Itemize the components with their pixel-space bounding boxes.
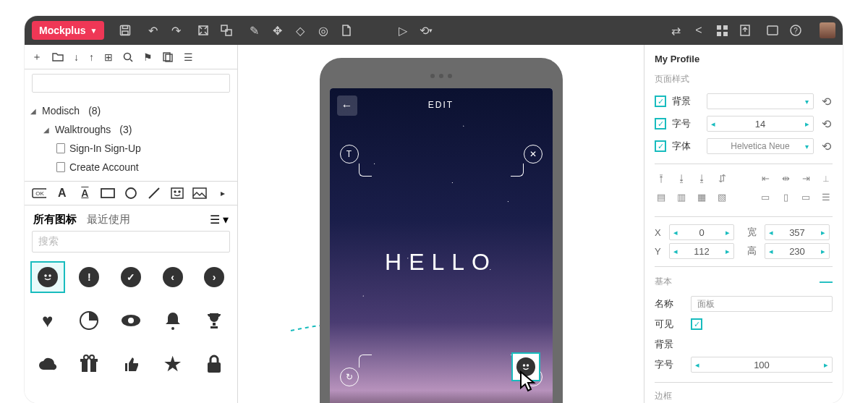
fs2-stepper[interactable]: ◂100▸: [691, 357, 833, 373]
eraser-icon[interactable]: ◇: [294, 24, 307, 37]
tab-recent-icons[interactable]: 最近使用: [87, 213, 130, 226]
eye-icon[interactable]: [114, 305, 148, 336]
share-icon[interactable]: <: [692, 24, 705, 37]
reset-icon[interactable]: ⟲: [820, 140, 833, 153]
reset-icon[interactable]: ⟲: [820, 95, 833, 109]
fontsize-stepper[interactable]: ◂14▸: [707, 116, 814, 132]
align-middle-icon[interactable]: ⭳: [675, 171, 688, 184]
button-widget-icon[interactable]: OK: [32, 187, 46, 200]
sort-up-icon[interactable]: ↑: [89, 51, 94, 63]
name-input[interactable]: 面板: [691, 296, 833, 312]
smiley-box-icon[interactable]: [170, 187, 184, 200]
sync-icon[interactable]: ⇄: [669, 24, 682, 37]
lock-icon[interactable]: [197, 348, 231, 380]
user-avatar[interactable]: [820, 22, 835, 38]
hello-text[interactable]: HELLO: [385, 249, 497, 276]
bell-icon[interactable]: [156, 305, 190, 336]
handle-top-left[interactable]: T: [340, 145, 372, 177]
space-center-icon[interactable]: ⇹: [779, 171, 792, 184]
circle-icon[interactable]: [124, 187, 138, 200]
ungroup-icon[interactable]: [220, 24, 233, 37]
brush-icon[interactable]: ✎: [247, 24, 260, 37]
align-hcenter-icon[interactable]: ▥: [675, 190, 688, 203]
align-dist-v-icon[interactable]: ⇵: [715, 171, 728, 184]
flag-icon[interactable]: ⚑: [143, 51, 153, 63]
baseline-icon[interactable]: ⟂: [820, 171, 833, 184]
group-icon[interactable]: [197, 24, 210, 37]
visible-checkbox[interactable]: ✓: [691, 318, 702, 330]
page-node[interactable]: Sign-In Sign-Up: [56, 139, 237, 158]
trophy-icon[interactable]: [197, 305, 231, 336]
gift-icon[interactable]: [72, 348, 107, 380]
chevron-left-circle-icon[interactable]: ‹: [156, 261, 190, 293]
dist-v-icon[interactable]: ▯: [779, 190, 792, 203]
align-bottom-icon[interactable]: ⭳: [695, 171, 708, 184]
refresh-icon[interactable]: ⟲▾: [420, 24, 433, 37]
add-page-icon[interactable]: ＋: [32, 51, 42, 64]
page-node[interactable]: Create Account: [56, 158, 237, 177]
dist-h-icon[interactable]: ▭: [759, 190, 772, 203]
crop-icon[interactable]: ✥: [271, 24, 284, 37]
handle-bottom-left[interactable]: ↻: [340, 355, 372, 386]
back-button[interactable]: ←: [337, 96, 357, 116]
align-left-icon[interactable]: ▤: [655, 190, 668, 203]
line-icon[interactable]: [147, 187, 161, 200]
list-icon[interactable]: ☰: [184, 51, 193, 63]
page-search-input[interactable]: [32, 74, 230, 93]
align-right-icon[interactable]: ▦: [695, 190, 708, 203]
icon-search-input[interactable]: 搜索: [32, 231, 230, 253]
rectangle-icon[interactable]: [101, 187, 115, 200]
sitemap-icon[interactable]: ⊞: [104, 51, 113, 63]
help-icon[interactable]: ?: [789, 24, 802, 37]
canvas[interactable]: ← EDIT HELLO T ✕ ↻ ✥ ✂: [238, 45, 644, 403]
export-icon[interactable]: [739, 24, 752, 37]
reset-icon[interactable]: ⟲: [820, 117, 833, 131]
search-icon[interactable]: [123, 52, 133, 62]
target-icon[interactable]: ◎: [317, 24, 330, 37]
align-top-icon[interactable]: ⭱: [655, 171, 668, 184]
dist-eq-icon[interactable]: ☰: [820, 190, 833, 203]
font-select[interactable]: Helvetica Neue▾: [707, 138, 814, 154]
x-stepper[interactable]: ◂0▸: [669, 224, 734, 240]
undo-icon[interactable]: ↶: [146, 24, 159, 37]
redo-icon[interactable]: ↷: [169, 24, 182, 37]
cloud-icon[interactable]: [30, 348, 65, 380]
qr-icon[interactable]: [715, 24, 728, 37]
more-icon[interactable]: ▸: [216, 187, 230, 200]
handle-top-right[interactable]: ✕: [511, 145, 542, 177]
tab-all-icons[interactable]: 所有图标: [33, 213, 77, 226]
file-icon[interactable]: [340, 24, 353, 37]
align-grid-icon[interactable]: ▧: [715, 190, 728, 203]
star-icon[interactable]: ★: [156, 348, 190, 380]
font-checkbox[interactable]: ✓: [655, 140, 666, 152]
project-node[interactable]: ◢ Modisch (8): [30, 101, 237, 120]
folder-node[interactable]: ◢ Walktroughs (3): [43, 120, 237, 139]
space-v-icon[interactable]: ⇥: [799, 171, 812, 184]
image-icon[interactable]: [192, 187, 207, 200]
list-options-icon[interactable]: ☰ ▾: [210, 213, 229, 226]
underline-text-icon[interactable]: A: [78, 187, 93, 200]
pie-icon[interactable]: [72, 305, 107, 336]
bg-color-select[interactable]: ▾: [707, 93, 814, 109]
collapse-icon[interactable]: —: [820, 274, 833, 289]
device-icon[interactable]: [766, 24, 779, 37]
smiley-icon[interactable]: [30, 261, 65, 293]
check-circle-icon[interactable]: ✓: [114, 261, 148, 293]
y-stepper[interactable]: ◂112▸: [669, 243, 734, 259]
space-h-icon[interactable]: ⇤: [759, 171, 772, 184]
play-icon[interactable]: ▷: [396, 24, 409, 37]
alert-icon[interactable]: !: [72, 261, 107, 293]
heart-icon[interactable]: ♥: [30, 305, 65, 336]
bg-checkbox[interactable]: ✓: [655, 96, 666, 107]
folder-icon[interactable]: [52, 52, 64, 61]
h-stepper[interactable]: ◂230▸: [765, 243, 830, 259]
sort-down-icon[interactable]: ↓: [74, 51, 79, 63]
thumbs-up-icon[interactable]: [114, 348, 148, 380]
brand-menu[interactable]: Mockplus ▼: [32, 21, 104, 40]
template-icon[interactable]: [163, 52, 174, 62]
fontsize-checkbox[interactable]: ✓: [655, 118, 666, 130]
chevron-right-circle-icon[interactable]: ›: [197, 261, 231, 293]
save-icon[interactable]: [119, 24, 132, 37]
text-icon[interactable]: A: [55, 187, 69, 200]
w-stepper[interactable]: ◂357▸: [765, 224, 830, 240]
